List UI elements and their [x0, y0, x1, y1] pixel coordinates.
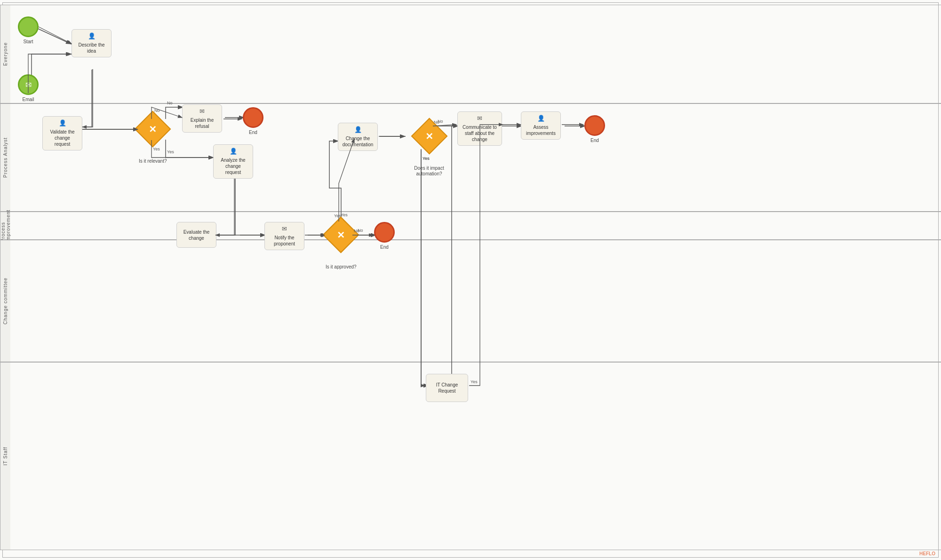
end-label-3: End [380, 245, 389, 250]
lane-it-staff: IT Staff [0, 362, 941, 550]
gateway-x-icon: ✕ [149, 124, 157, 135]
end-circle-1 [243, 107, 263, 128]
user-icon-validate: 👤 [59, 119, 66, 127]
assess-task[interactable]: 👤 Assess improvements [521, 111, 561, 140]
it-change-box: IT Change Request [426, 374, 468, 402]
evaluate-text: Evaluate the change [181, 229, 212, 241]
end-label-1: End [249, 130, 257, 135]
change-doc-text: Change the documentation [342, 135, 374, 148]
communicate-text: Communicate to staff about the change [462, 124, 498, 142]
start-event: Start [18, 16, 39, 45]
email-label: Email [22, 97, 34, 103]
it-change-task[interactable]: IT Change Request [426, 374, 468, 402]
email-icon-explain: ✉ [199, 108, 205, 116]
email-event: ✉ Email [18, 74, 39, 103]
lane-process-improvement-label: Process Improvement [0, 212, 10, 239]
diagram-container: ↗ Everyone Process Analyst Process Impro… [0, 0, 941, 560]
lane-process-analyst-label: Process Analyst [0, 104, 10, 211]
lane-change-committee: Change committee [0, 240, 941, 362]
is-relevant-diamond: ✕ [135, 111, 171, 148]
describe-idea-text: Describe the idea [76, 42, 107, 54]
describe-idea-box: 👤 Describe the idea [72, 29, 112, 57]
is-relevant-gateway: ✕ Is it relevant? [139, 116, 167, 164]
it-change-text: IT Change Request [430, 382, 464, 394]
assess-text: Assess improvements [525, 124, 557, 136]
notify-box: ✉ Notify the proponent [264, 222, 304, 250]
notify-text: Notify the proponent [269, 235, 300, 247]
assess-box: 👤 Assess improvements [521, 111, 561, 140]
analyze-task[interactable]: 👤 Analyze the change request [213, 144, 253, 179]
explain-refusal-text: Explain the refusal [186, 117, 218, 129]
is-approved-label: Is it approved? [326, 264, 357, 270]
watermark: HEFLO [919, 551, 935, 556]
email-icon-communicate: ✉ [477, 115, 482, 123]
does-impact-diamond: ✕ [411, 118, 447, 155]
user-icon-assess: 👤 [537, 115, 545, 123]
explain-refusal-task[interactable]: ✉ Explain the refusal [182, 104, 222, 133]
end-circle-2 [584, 115, 605, 136]
email-icon-notify: ✉ [282, 225, 287, 233]
end-label-2: End [590, 138, 599, 143]
communicate-task[interactable]: ✉ Communicate to staff about the change [457, 111, 502, 146]
lane-everyone: Everyone [0, 5, 941, 103]
does-impact-gateway: ✕ Does it impact automation? [406, 123, 453, 177]
change-doc-task[interactable]: 👤 Change the documentation [338, 123, 378, 151]
explain-refusal-box: ✉ Explain the refusal [182, 104, 222, 133]
start-label: Start [23, 39, 33, 45]
gateway-x-icon2: ✕ [425, 131, 433, 142]
does-impact-label: Does it impact automation? [406, 166, 453, 177]
end-event-1: End [243, 107, 263, 135]
validate-text: Validate the change request [47, 129, 78, 147]
validate-task[interactable]: 👤 Validate the change request [42, 116, 82, 150]
lane-process-improvement: Process Improvement [0, 212, 941, 240]
lane-everyone-label: Everyone [0, 5, 10, 103]
change-doc-box: 👤 Change the documentation [338, 123, 378, 151]
end-circle-3 [374, 222, 395, 243]
email-circle: ✉ [18, 74, 39, 95]
validate-box: 👤 Validate the change request [42, 116, 82, 150]
describe-idea-task[interactable]: 👤 Describe the idea [72, 29, 112, 57]
user-icon-describe: 👤 [88, 32, 96, 40]
is-approved-diamond: ✕ [323, 217, 359, 253]
evaluate-task[interactable]: Evaluate the change [176, 222, 216, 248]
lane-change-committee-label: Change committee [0, 240, 10, 362]
communicate-box: ✉ Communicate to staff about the change [457, 111, 502, 146]
is-relevant-label: Is it relevant? [139, 158, 167, 164]
is-approved-gateway: ✕ Is it approved? [326, 222, 357, 270]
evaluate-box: Evaluate the change [176, 222, 216, 248]
user-icon-changedoc: 👤 [354, 126, 362, 134]
lane-it-staff-label: IT Staff [0, 363, 10, 550]
analyze-box: 👤 Analyze the change request [213, 144, 253, 179]
analyze-text: Analyze the change request [217, 157, 249, 175]
end-event-3: End [374, 222, 395, 250]
gateway-x-icon3: ✕ [337, 229, 345, 241]
end-event-2: End [584, 115, 605, 143]
user-icon-analyze: 👤 [230, 148, 237, 156]
notify-task[interactable]: ✉ Notify the proponent [264, 222, 304, 250]
start-circle [18, 16, 39, 37]
